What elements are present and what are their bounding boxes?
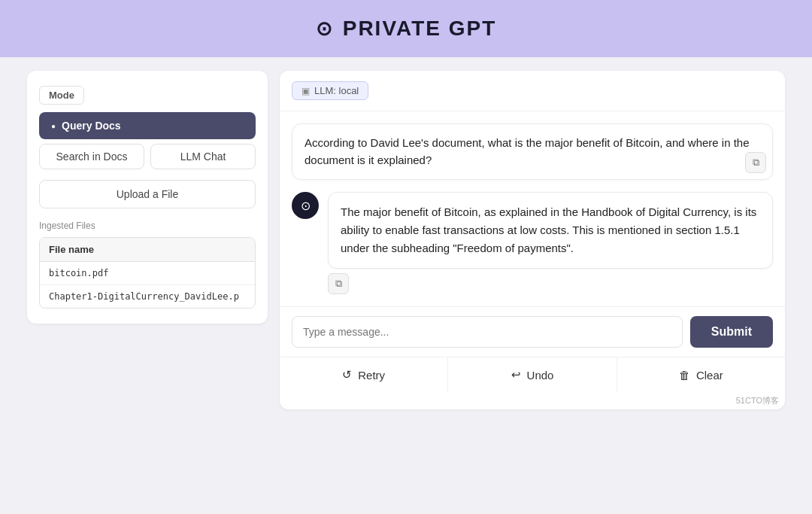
clear-label: Clear bbox=[696, 369, 723, 382]
app-title: ⊙ PRIVATE GPT bbox=[316, 17, 497, 41]
chat-header: ▣ LLM: local bbox=[280, 71, 785, 111]
query-docs-button[interactable]: Query Docs bbox=[39, 112, 256, 139]
upload-file-button[interactable]: Upload a File bbox=[39, 180, 256, 208]
app-header: ⊙ PRIVATE GPT bbox=[0, 0, 812, 57]
user-message: According to David Lee's document, what … bbox=[292, 123, 773, 180]
main-container: Mode Query Docs Search in Docs LLM Chat … bbox=[15, 71, 797, 409]
undo-button[interactable]: ↩ Undo bbox=[448, 357, 617, 392]
ai-logo: ⊙ bbox=[301, 199, 311, 213]
inactive-mode-row: Search in Docs LLM Chat bbox=[39, 144, 256, 169]
copy-icon: ⧉ bbox=[753, 157, 759, 169]
file-table-header: File name bbox=[40, 238, 255, 262]
header-logo: ⊙ bbox=[316, 17, 334, 41]
llm-badge-text: LLM: local bbox=[314, 85, 359, 96]
search-in-docs-button[interactable]: Search in Docs bbox=[39, 144, 144, 169]
chat-messages: According to David Lee's document, what … bbox=[280, 111, 785, 306]
retry-button[interactable]: ↺ Retry bbox=[280, 357, 448, 392]
mode-buttons: Query Docs Search in Docs LLM Chat bbox=[39, 112, 256, 169]
llm-badge-icon: ▣ bbox=[301, 86, 310, 96]
ai-message-row: ⊙ The major benefit of Bitcoin, as expla… bbox=[292, 192, 773, 294]
user-message-text: According to David Lee's document, what … bbox=[304, 136, 750, 166]
bottom-buttons: ↺ Retry ↩ Undo 🗑 Clear bbox=[280, 357, 785, 392]
ai-avatar: ⊙ bbox=[292, 192, 319, 219]
ingested-files-label: Ingested Files bbox=[39, 221, 256, 231]
header-title-text: PRIVATE GPT bbox=[343, 17, 497, 41]
ai-message-text: The major benefit of Bitcoin, as explain… bbox=[341, 205, 756, 254]
llm-badge: ▣ LLM: local bbox=[292, 81, 368, 100]
file-row: bitcoin.pdf bbox=[40, 262, 255, 285]
watermark: 51CTO博客 bbox=[280, 392, 785, 409]
trash-icon: 🗑 bbox=[679, 369, 690, 382]
submit-button[interactable]: Submit bbox=[690, 316, 773, 348]
copy-icon-ai: ⧉ bbox=[335, 278, 342, 290]
file-row: Chapter1-DigitalCurrency_DavidLee.p bbox=[40, 285, 255, 308]
left-panel: Mode Query Docs Search in Docs LLM Chat … bbox=[27, 71, 268, 324]
clear-button[interactable]: 🗑 Clear bbox=[617, 357, 785, 392]
file-table: File name bitcoin.pdf Chapter1-DigitalCu… bbox=[39, 237, 256, 309]
undo-icon: ↩ bbox=[511, 368, 521, 382]
right-panel: ▣ LLM: local According to David Lee's do… bbox=[280, 71, 785, 409]
llm-chat-button[interactable]: LLM Chat bbox=[150, 144, 256, 169]
retry-label: Retry bbox=[358, 369, 385, 382]
retry-icon: ↺ bbox=[342, 368, 352, 382]
input-area: Submit bbox=[280, 306, 785, 357]
ai-message: The major benefit of Bitcoin, as explain… bbox=[328, 192, 773, 269]
mode-label: Mode bbox=[39, 86, 84, 105]
undo-label: Undo bbox=[527, 369, 554, 382]
copy-ai-message-button[interactable]: ⧉ bbox=[328, 273, 349, 294]
message-input[interactable] bbox=[292, 316, 683, 348]
copy-user-message-button[interactable]: ⧉ bbox=[745, 152, 766, 173]
